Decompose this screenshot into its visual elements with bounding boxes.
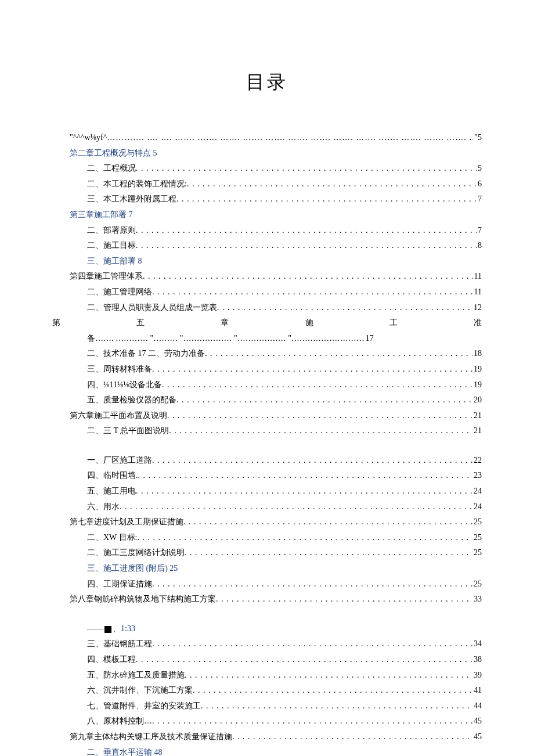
toc-leader-dots: . . . . . . . . . . . . . . . . . . . . … <box>152 636 472 652</box>
toc-label: 四、临时围墙. <box>87 468 138 484</box>
toc-page-number: 25 <box>472 545 482 561</box>
toc-label: 五、防水碎施工及质量措施 <box>87 668 185 683</box>
toc-entry: 三、施工部署 8 <box>52 254 482 269</box>
toc-label: 二、本工程的装饰工程情况: <box>87 177 187 192</box>
toc-entry: 二、施工目标. . . . . . . . . . . . . . . . . … <box>52 238 482 254</box>
toc-entry: 二、管理人员职责及人员组成一览表. . . . . . . . . . . . … <box>52 300 482 316</box>
toc-leader-dots: . . . . . . . . . . . . . . . . . . . . … <box>169 423 472 439</box>
toc-entry: 第八章钢筋碎构筑物及地下结构施工方案. . . . . . . . . . . … <box>52 592 482 607</box>
toc-label: "^^^w⅛yf^ <box>70 130 107 146</box>
toc-entry: 第七章进度计划及工期保证措施. . . . . . . . . . . . . … <box>52 514 482 530</box>
toc-entry-justified: 第五章施工准 <box>52 315 482 331</box>
toc-entry: 二、部署原则. . . . . . . . . . . . . . . . . … <box>52 223 482 239</box>
toc-leader-dots: . . . . . . . . . . . . . . . . . . . . … <box>185 545 472 561</box>
toc-page-number: 11 <box>473 269 482 285</box>
toc-page-number: 22 <box>472 453 482 469</box>
toc-page-number: 17 <box>365 331 374 347</box>
toc-label: 第九章主体结构关键工序及技术质量保证措施 <box>70 729 232 745</box>
toc-label: 第七章进度计划及工期保证措施 <box>70 514 183 530</box>
toc-page-number: 6 <box>477 177 482 192</box>
toc-entry: 二、XW 目标:. . . . . . . . . . . . . . . . … <box>52 530 482 546</box>
toc-entry: 三、周转材料准备. . . . . . . . . . . . . . . . … <box>52 362 482 377</box>
toc-entry: 七、管道附件、井室的安装施工. . . . . . . . . . . . . … <box>52 699 482 714</box>
toc-leader-dots: . . . . . . . . . . . . . . . . . . . . … <box>152 285 473 300</box>
toc-page-number: 12 <box>472 300 482 316</box>
toc-entry: 五、质量检验仪器的配备. . . . . . . . . . . . . . .… <box>52 393 482 408</box>
toc-entry: 备……. ………… "……… "……………… "……………… "……………………… <box>52 331 482 347</box>
toc-page-number: 33 <box>472 592 482 607</box>
toc-leader-dots: . . . . . . . . . . . . . . . . . . . . … <box>201 699 472 714</box>
toc-entry: 三、基础钢筋工程. . . . . . . . . . . . . . . . … <box>52 636 482 652</box>
toc-leader-dots: . . . . . . . . . . . . . . . . . . . . … <box>205 346 472 362</box>
toc-label: 一、厂区施工道路 <box>87 453 152 469</box>
toc-leader-dots: . . . . . . . . . . . . . . . . . . . . … <box>152 577 472 592</box>
toc-label: 五 <box>136 315 145 331</box>
toc-leader-dots: . . . . . . . . . . . . . . . . . . . . … <box>136 484 472 499</box>
toc-label: 五、质量检验仪器的配备 <box>87 393 176 408</box>
toc-leader-dots: . . . . . . . . . . . . . . . . . . . . … <box>217 300 472 316</box>
toc-leader-dots: . . . . . . . . . . . . . . . . . . . . … <box>176 393 472 408</box>
toc-leader-dots: . . . . . . . . . . . . . . . . . . . . … <box>152 362 472 377</box>
toc-entry: 六、沉井制作、下沉施工方案. . . . . . . . . . . . . .… <box>52 683 482 699</box>
toc-entry: "^^^w⅛yf^…………. …. …. ……. ……. ……. ……. …….… <box>52 130 482 146</box>
toc-label: 第三章施工部署 7 <box>70 210 133 219</box>
toc-entry: 四、⅛11⅛⅛设备北备. . . . . . . . . . . . . . .… <box>52 377 482 393</box>
toc-page-number: 45 <box>472 729 482 745</box>
toc-label: 四、工期保证措施 <box>87 577 152 592</box>
toc-page-number: 8 <box>477 238 482 254</box>
toc-leader-dots: . . . . . . . . . . . . . . . . . . . . … <box>185 668 472 683</box>
toc-entry: 二、施工三度网络计划说明. . . . . . . . . . . . . . … <box>52 545 482 561</box>
toc-page-number: 24 <box>472 499 482 515</box>
toc-label: 三、周转材料准备 <box>87 362 152 377</box>
toc-label: 第六章施工平面布置及说明 <box>70 408 167 424</box>
toc-leader-dots: . . . . . . . . . . . . . . . . . . . . … <box>120 499 472 515</box>
toc-leader-dots: . . . . . . . . . . . . . . . . . . . . … <box>136 652 472 668</box>
toc-entry: ——、1:33 <box>52 621 482 637</box>
toc-leader-dots: . . . . . . . . . . . . . . . . . . . . … <box>136 223 477 239</box>
toc-entry: 第四章施工管理体系. . . . . . . . . . . . . . . .… <box>52 269 482 285</box>
toc-label-prefix: —— <box>87 624 103 633</box>
toc-label: 二、技术准备 17 二、劳动力准备 <box>87 346 205 362</box>
toc-label: 二、管理人员职责及人员组成一览表 <box>87 300 217 316</box>
toc-page-number: 24 <box>472 484 482 499</box>
toc-leader-dots: . . . . . . . . . . . . . . . . . . . . … <box>143 269 473 285</box>
toc-entry: 二、施工管理网络. . . . . . . . . . . . . . . . … <box>52 285 482 300</box>
toc-page-number: 23 <box>472 468 482 484</box>
toc-entry: 二、三 T 总平面图说明. . . . . . . . . . . . . . … <box>52 423 482 439</box>
toc-leader-dots: . . . . . . . . . . . . . . . . . . . . … <box>167 408 472 424</box>
toc-page-number: 21 <box>472 423 482 439</box>
toc-leader-dots: . . . . . . . . . . . . . . . . . . . . … <box>187 177 477 192</box>
toc-leader-dots: . . . . . . . . . . . . . . . . . . . . … <box>183 514 472 530</box>
toc-entry: 四、临时围墙.. . . . . . . . . . . . . . . . .… <box>52 468 482 484</box>
toc-label: 八、原材料控制… <box>87 714 152 729</box>
toc-label: 三、施工进度图 (附后) 25 <box>87 564 178 573</box>
toc-entry: 八、原材料控制…. . . . . . . . . . . . . . . . … <box>52 714 482 729</box>
toc-leader-dots: . . . . . . . . . . . . . . . . . . . . … <box>232 729 472 745</box>
toc-page-number: "5 <box>473 130 482 146</box>
toc-page-number: 34 <box>472 636 482 652</box>
toc-entry: 第二章工程概况与特点 5 <box>52 146 482 161</box>
toc-label: 三、施工部署 8 <box>87 257 142 265</box>
toc-page-number: 11 <box>473 285 482 300</box>
toc-label: 准 <box>474 315 482 331</box>
toc-entry: 一、厂区施工道路. . . . . . . . . . . . . . . . … <box>52 453 482 469</box>
toc-label: 工 <box>389 315 398 331</box>
toc-page-number: 44 <box>472 699 482 714</box>
toc-entry: 二、本工程的装饰工程情况:. . . . . . . . . . . . . .… <box>52 177 482 192</box>
toc-leader-dots: …………. …. …. ……. ……. ……. ……. ……. ……. ……. … <box>107 130 473 146</box>
toc-label: 二、施工目标 <box>87 238 136 254</box>
toc-page-number: 39 <box>472 668 482 683</box>
toc-leader-dots: . . . . . . . . . . . . . . . . . . . . … <box>136 161 477 177</box>
toc-label: 五、施工用电 <box>87 484 136 499</box>
toc-entry: 五、防水碎施工及质量措施. . . . . . . . . . . . . . … <box>52 668 482 683</box>
toc-entry: 二、技术准备 17 二、劳动力准备. . . . . . . . . . . .… <box>52 346 482 362</box>
toc-label: 六、沉井制作、下沉施工方案 <box>87 683 193 699</box>
toc-page-number: 18 <box>472 346 482 362</box>
toc-leader-dots: . . . . . . . . . . . . . . . . . . . . … <box>216 592 472 607</box>
toc-entry: 第三章施工部署 7 <box>52 207 482 223</box>
toc-label: 三、基础钢筋工程 <box>87 636 152 652</box>
page-title: 目录 <box>52 70 482 95</box>
toc-label: 第 <box>52 315 60 331</box>
toc-label: 三、本工木踵外附属工程 <box>87 192 176 207</box>
toc-entry: 三、施工进度图 (附后) 25 <box>52 561 482 577</box>
